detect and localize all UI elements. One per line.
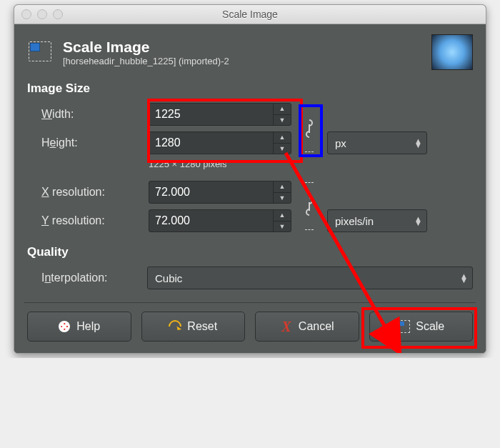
res-link-column bbox=[291, 181, 327, 232]
yres-spinner[interactable]: ▲▼ bbox=[273, 210, 291, 232]
dialog-title: Scale Image bbox=[63, 39, 423, 56]
dialog-header: Scale Image [horseheadir_hubble_1225] (i… bbox=[27, 34, 473, 70]
size-unit-select[interactable]: px ▲▼ bbox=[327, 131, 427, 154]
titlebar: Scale Image bbox=[14, 5, 486, 24]
interpolation-label: Interpolation: bbox=[41, 272, 134, 284]
quality-section: Quality Interpolation: Cubic ▲▼ bbox=[27, 245, 473, 289]
chevron-updown-icon: ▲▼ bbox=[414, 216, 422, 225]
width-field[interactable] bbox=[149, 104, 273, 125]
button-row: Help Reset X Cancel Scale bbox=[27, 312, 473, 342]
help-icon bbox=[58, 320, 71, 333]
xres-field[interactable] bbox=[149, 181, 273, 203]
reset-button[interactable]: Reset bbox=[141, 312, 246, 342]
help-button[interactable]: Help bbox=[27, 312, 131, 342]
header-text: Scale Image [horseheadir_hubble_1225] (i… bbox=[63, 39, 423, 66]
scale-button[interactable]: Scale bbox=[369, 312, 474, 342]
interpolation-row: Interpolation: Cubic ▲▼ bbox=[41, 267, 473, 289]
size-unit-value: px bbox=[335, 137, 346, 149]
xres-input[interactable]: ▲▼ bbox=[149, 181, 291, 204]
quality-heading: Quality bbox=[27, 245, 473, 259]
width-spinner[interactable]: ▲▼ bbox=[273, 104, 291, 125]
height-field[interactable] bbox=[149, 132, 273, 154]
width-input[interactable]: ▲▼ bbox=[149, 103, 291, 126]
chain-icon bbox=[304, 119, 315, 139]
res-link-toggle[interactable] bbox=[304, 185, 315, 228]
height-input[interactable]: ▲▼ bbox=[149, 131, 291, 154]
dialog-body: Scale Image [horseheadir_hubble_1225] (i… bbox=[14, 24, 486, 353]
yres-field[interactable] bbox=[149, 210, 273, 232]
xres-label: X resolution: bbox=[41, 186, 149, 199]
reset-button-label: Reset bbox=[187, 320, 217, 333]
resolution-grid: X resolution: ▲▼ Y resolution: ▲▼ pixels… bbox=[41, 181, 473, 232]
scale-button-label: Scale bbox=[416, 320, 444, 333]
interpolation-value: Cubic bbox=[155, 272, 182, 284]
cancel-button[interactable]: X Cancel bbox=[255, 312, 359, 342]
reset-icon bbox=[169, 320, 181, 333]
res-unit-value: pixels/in bbox=[335, 215, 374, 227]
cancel-icon: X bbox=[280, 320, 293, 333]
res-unit-select[interactable]: pixels/in ▲▼ bbox=[327, 209, 427, 232]
help-button-label: Help bbox=[76, 320, 100, 333]
chevron-updown-icon: ▲▼ bbox=[460, 274, 468, 282]
titlebar-title: Scale Image bbox=[14, 9, 486, 20]
yres-input[interactable]: ▲▼ bbox=[149, 209, 291, 232]
image-size-heading: Image Size bbox=[27, 81, 473, 96]
xres-spinner[interactable]: ▲▼ bbox=[273, 181, 291, 203]
height-spinner[interactable]: ▲▼ bbox=[273, 132, 291, 154]
chevron-updown-icon: ▲▼ bbox=[414, 139, 422, 147]
size-link-column bbox=[291, 103, 327, 154]
dialog-subtitle: [horseheadir_hubble_1225] (imported)-2 bbox=[63, 56, 423, 66]
cancel-button-label: Cancel bbox=[299, 320, 334, 333]
separator bbox=[24, 302, 476, 303]
size-grid: Width: ▲▼ Height: ▲▼ px ▲▼ 1225 × 128 bbox=[41, 103, 473, 174]
height-label: Height: bbox=[41, 136, 149, 149]
pixel-dimensions-text: 1225 × 1280 pixels bbox=[149, 159, 291, 169]
scale-image-dialog: Scale Image Scale Image [horseheadir_hub… bbox=[14, 4, 486, 354]
width-label: Width: bbox=[41, 108, 149, 121]
app-logo bbox=[431, 34, 473, 70]
scale-image-icon bbox=[27, 40, 54, 64]
interpolation-select[interactable]: Cubic ▲▼ bbox=[147, 267, 473, 289]
yres-label: Y resolution: bbox=[41, 214, 149, 227]
scale-icon bbox=[397, 320, 410, 333]
size-link-toggle[interactable] bbox=[304, 107, 315, 150]
chain-icon bbox=[304, 196, 315, 216]
